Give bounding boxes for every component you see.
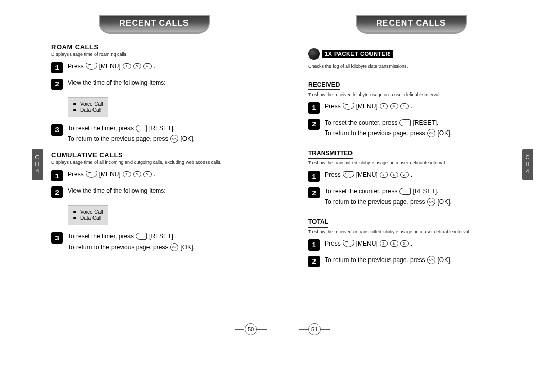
roam-step-1: 1 Press [MENU] 2 5 4 . (51, 62, 257, 73)
roam-steps-2: 3 To reset the timer, press [RESET]. To … (51, 124, 257, 143)
keypad-1-icon: 1 (400, 103, 409, 109)
packet-counter-label: 1X PACKET COUNTER (308, 48, 393, 60)
t: [MENU] (356, 102, 378, 110)
t: To return to the previous page, press (68, 243, 168, 251)
list-item: Data Call (73, 215, 103, 221)
keypad-5-icon: 5 (133, 63, 141, 69)
keypad-3-icon: 3 (400, 240, 409, 247)
header-tab-left: RECENT CALLS (99, 15, 210, 34)
page-header-left: RECENT CALLS (51, 15, 257, 34)
chapter-tab-left: C H 4 (32, 149, 43, 180)
page-50: C H 4 RECENT CALLS ROAM CALLS Displays u… (0, 0, 278, 392)
t: Data Call (80, 215, 101, 221)
cumulative-steps-2: 3 To reset the timer, press [RESET]. To … (51, 232, 257, 251)
step-num-icon: 2 (308, 256, 320, 267)
circle-bullet-icon (308, 48, 320, 60)
page-number-50: 50 (245, 323, 257, 335)
received-step-1: 1 Press [MENU] 2 6 1 . (308, 102, 514, 114)
right-softkey-icon (136, 125, 147, 132)
roam-calls-note: Displays usage time of roaming calls. (51, 52, 257, 57)
left-softkey-icon (86, 171, 97, 178)
step-num-icon: 1 (51, 62, 63, 73)
received-steps: 1 Press [MENU] 2 6 1 . 2 To reset the co… (308, 102, 514, 137)
keypad-6-icon: 6 (390, 240, 398, 247)
chapter-tab-h: H (522, 161, 533, 167)
transmitted-note: To show the transmitted kilobyte usage o… (308, 160, 514, 165)
received-step-2: 2 To reset the counter, press [RESET]. T… (308, 119, 514, 137)
keypad-4-icon: 4 (143, 63, 152, 69)
step-num-icon: 1 (308, 239, 320, 251)
cumulative-items-box: Voice Call Data Call (68, 205, 108, 225)
t: Voice Call (80, 209, 103, 215)
t: [MENU] (356, 171, 378, 179)
right-softkey-icon (136, 233, 147, 240)
total-step-1-text: Press [MENU] 2 6 3 . (325, 239, 514, 248)
bullet-icon (73, 217, 76, 219)
keypad-5-icon: 5 (133, 171, 141, 177)
cumulative-calls-note: Displays usage time of all incoming and … (51, 160, 257, 165)
total-step-2: 2 To return to the previous page, press … (308, 256, 514, 267)
cumulative-steps: 1 Press [MENU] 2 5 5 . 2 View the time o… (51, 170, 257, 198)
t: [MENU] (99, 62, 121, 70)
t: [MENU] (99, 170, 121, 178)
left-softkey-icon (343, 240, 354, 247)
t: To return to the previous page, press (325, 129, 425, 137)
chapter-tab-c: C (522, 154, 533, 161)
t: [MENU] (356, 239, 378, 248)
keypad-2-icon: 2 (400, 172, 409, 178)
step-num-icon: 1 (308, 102, 320, 114)
t: [OK]. (437, 256, 451, 264)
cumulative-step-3-text: To reset the timer, press [RESET]. To re… (68, 232, 257, 251)
t: To reset the counter, press (325, 187, 397, 195)
page-51: C H 4 RECENT CALLS 1X PACKET COUNTER Che… (278, 0, 555, 392)
transmitted-step-2: 2 To reset the counter, press [RESET]. T… (308, 187, 514, 206)
t: Press (325, 102, 341, 110)
bullet-icon (73, 103, 76, 105)
transmitted-title: TRANSMITTED (308, 150, 353, 159)
t: . (411, 171, 412, 179)
cumulative-step-3: 3 To reset the timer, press [RESET]. To … (51, 232, 257, 251)
keypad-6-icon: 6 (390, 172, 398, 178)
t: [RESET]. (149, 124, 175, 133)
ok-key-icon: OK (427, 198, 435, 206)
roam-step-2: 2 View the time of the following items: (51, 79, 257, 90)
cumulative-step-2: 2 View the time of the following items: (51, 186, 257, 198)
t: . (154, 62, 155, 70)
header-title-right: RECENT CALLS (376, 18, 446, 27)
t: . (154, 170, 155, 178)
chapter-tab-n: 4 (32, 168, 43, 175)
received-step-1-text: Press [MENU] 2 6 1 . (325, 102, 514, 110)
document-spread: C H 4 RECENT CALLS ROAM CALLS Displays u… (0, 0, 555, 392)
roam-step-3: 3 To reset the timer, press [RESET]. To … (51, 124, 257, 143)
roam-steps: 1 Press [MENU] 2 5 4 . 2 View the time o… (51, 62, 257, 90)
chapter-tab-c: C (32, 154, 43, 161)
step-num-icon: 2 (51, 186, 63, 198)
cumulative-step-1: 1 Press [MENU] 2 5 5 . (51, 170, 257, 181)
t: To return to the previous page, press (68, 135, 168, 143)
transmitted-steps: 1 Press [MENU] 2 6 2 . 2 To reset the co… (308, 171, 514, 206)
t: [OK]. (437, 198, 451, 206)
t: . (411, 102, 412, 110)
ok-key-icon: OK (170, 243, 178, 251)
t: Press (325, 171, 341, 179)
list-item: Voice Call (73, 209, 103, 215)
bullet-icon (73, 211, 76, 213)
roam-step-3-text: To reset the timer, press [RESET]. To re… (68, 124, 257, 143)
roam-items-box: Voice Call Data Call (68, 97, 108, 117)
transmitted-step-1: 1 Press [MENU] 2 6 2 . (308, 171, 514, 182)
t: [OK]. (437, 129, 451, 137)
step-num-icon: 2 (308, 187, 320, 198)
step-num-icon: 2 (51, 79, 63, 90)
keypad-2-icon: 2 (380, 172, 388, 178)
keypad-2-icon: 2 (123, 63, 131, 69)
chapter-tab-right: C H 4 (522, 149, 533, 180)
step-num-icon: 3 (51, 124, 63, 136)
left-softkey-icon (86, 63, 97, 70)
step-num-icon: 2 (308, 119, 320, 130)
t: To return to the previous page, press (325, 198, 425, 206)
page-header-right: RECENT CALLS (308, 15, 514, 34)
step-num-icon: 1 (308, 171, 320, 182)
t: [OK]. (180, 243, 194, 251)
total-title: TOTAL (308, 218, 328, 228)
step-num-icon: 1 (51, 170, 63, 181)
